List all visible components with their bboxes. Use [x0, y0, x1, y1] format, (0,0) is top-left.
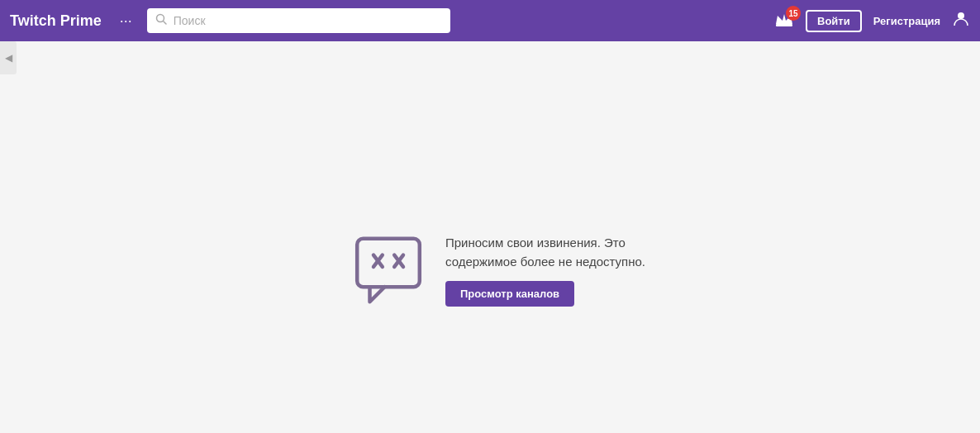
search-container [147, 8, 451, 33]
sidebar-toggle-button[interactable]: ◀ [0, 41, 17, 74]
header: Twitch Prime ··· 15 Войти Регистрация [0, 0, 980, 41]
svg-rect-5 [357, 239, 420, 288]
error-chat-bubble-icon [351, 233, 426, 307]
header-right: 15 Войти Регистрация [774, 10, 970, 32]
browse-channels-button[interactable]: Просмотр каналов [445, 281, 574, 307]
svg-line-1 [163, 21, 166, 25]
error-section: Приносим свои извинения. Это содержимое … [351, 233, 645, 307]
error-message: Приносим свои извинения. Это содержимое … [445, 234, 645, 271]
svg-rect-3 [776, 24, 792, 26]
chevron-left-icon: ◀ [5, 52, 12, 64]
register-button[interactable]: Регистрация [873, 15, 940, 27]
svg-point-4 [958, 12, 964, 19]
user-icon[interactable] [952, 10, 970, 32]
main-content: Приносим свои извинения. Это содержимое … [0, 41, 980, 433]
logo[interactable]: Twitch Prime [10, 12, 102, 30]
search-input[interactable] [147, 8, 451, 33]
notification-badge: 15 [786, 6, 801, 21]
error-text-area: Приносим свои извинения. Это содержимое … [445, 234, 645, 307]
crown-button[interactable]: 15 [774, 11, 794, 31]
search-icon [155, 13, 167, 28]
more-menu-button[interactable]: ··· [115, 9, 137, 33]
login-button[interactable]: Войти [806, 10, 862, 32]
